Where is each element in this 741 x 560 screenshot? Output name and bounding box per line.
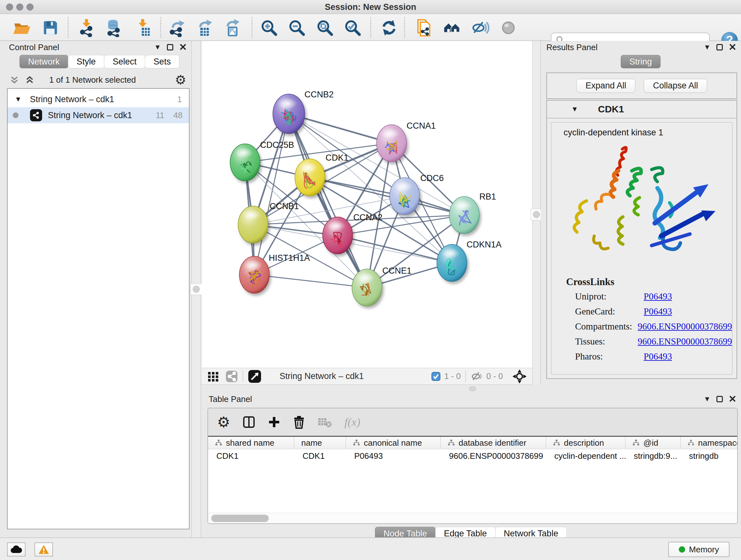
save-floppy-icon bbox=[42, 19, 59, 37]
export-table-icon bbox=[195, 18, 214, 37]
tab-select[interactable]: Select bbox=[104, 55, 145, 68]
scrollbar-thumb[interactable] bbox=[211, 515, 269, 522]
save-session-button[interactable] bbox=[41, 18, 60, 38]
cloud-status-button[interactable] bbox=[7, 543, 25, 557]
add-column-icon[interactable] bbox=[268, 416, 280, 428]
show-all-button[interactable] bbox=[498, 18, 518, 38]
network-node-CCNA2[interactable] bbox=[323, 217, 353, 254]
tab-style[interactable]: Style bbox=[68, 55, 105, 68]
home-layout-button[interactable] bbox=[442, 18, 462, 38]
tab-string[interactable]: String bbox=[621, 55, 661, 68]
network-node-CDKN1A[interactable] bbox=[437, 245, 467, 282]
import-network-database-button[interactable] bbox=[104, 18, 124, 38]
network-node-CCNB2[interactable] bbox=[273, 94, 305, 134]
export-network-button[interactable] bbox=[167, 18, 187, 38]
left-splitter[interactable] bbox=[192, 41, 201, 537]
table-cell[interactable]: P06493 bbox=[346, 449, 441, 462]
network-node-CCNA1[interactable] bbox=[377, 125, 407, 162]
zoom-in-button[interactable] bbox=[259, 18, 279, 38]
table-cell[interactable]: cyclin-dependent ... bbox=[546, 449, 625, 462]
grid-view-icon[interactable] bbox=[207, 371, 219, 382]
bottom-splitter-grip[interactable] bbox=[469, 386, 476, 391]
table-horizontal-scrollbar[interactable] bbox=[208, 513, 737, 523]
crosslink-link[interactable]: 9606.ENSP00000378699 bbox=[637, 321, 732, 332]
expand-all-chevron-icon[interactable] bbox=[24, 74, 35, 85]
gene-expand-icon[interactable]: ▼ bbox=[571, 105, 578, 113]
table-panel-close-icon[interactable]: ✕ bbox=[729, 394, 737, 404]
network-edge[interactable] bbox=[254, 275, 367, 288]
table-cell[interactable]: stringdb bbox=[681, 449, 738, 462]
table-cell[interactable]: 9606.ENSP00000378699 bbox=[441, 449, 546, 462]
control-panel-close-icon[interactable]: ✕ bbox=[179, 43, 187, 52]
crosslink-link[interactable]: P06493 bbox=[644, 306, 672, 317]
table-cell[interactable]: CDK1 bbox=[294, 449, 346, 462]
column-header-shared-name[interactable]: shared name bbox=[208, 437, 294, 449]
export-image-button[interactable] bbox=[222, 18, 242, 38]
network-options-gear-icon[interactable]: ⚙ bbox=[175, 73, 186, 86]
network-node-RB1[interactable] bbox=[449, 197, 479, 234]
column-header-description[interactable]: description bbox=[546, 437, 625, 449]
left-splitter-grip[interactable] bbox=[191, 284, 202, 295]
collapse-all-button[interactable]: Collapse All bbox=[644, 79, 707, 93]
network-row[interactable]: String Network – cdk1 11 48 bbox=[8, 107, 189, 123]
network-node-CDC25B[interactable] bbox=[230, 144, 260, 181]
right-splitter[interactable] bbox=[532, 41, 541, 385]
network-edge[interactable] bbox=[254, 114, 289, 275]
results-panel-menu-icon[interactable]: ▼ bbox=[704, 44, 711, 51]
column-header-name[interactable]: name bbox=[294, 437, 346, 449]
results-panel-close-icon[interactable]: ✕ bbox=[729, 43, 737, 52]
column-header-database-identifier[interactable]: database identifier bbox=[441, 437, 546, 449]
table-row[interactable]: CDK1CDK1P064939606.ENSP00000378699cyclin… bbox=[208, 449, 737, 462]
delete-column-icon[interactable] bbox=[293, 415, 306, 429]
table-cell[interactable]: stringdb:9... bbox=[625, 449, 681, 462]
table-panel-float-icon[interactable] bbox=[717, 396, 723, 402]
export-table-button[interactable] bbox=[195, 18, 214, 38]
delete-table-icon-disabled bbox=[318, 416, 332, 428]
network-canvas[interactable]: CCNB2CCNA1CDC25BCDK1CDC6RB1CCNB1CCNA2CDK… bbox=[202, 41, 532, 368]
network-node-CCNE1[interactable] bbox=[352, 269, 382, 306]
open-session-button[interactable] bbox=[12, 18, 31, 38]
clone-network-button[interactable] bbox=[414, 18, 434, 38]
import-table-file-button[interactable] bbox=[133, 18, 153, 38]
network-graph[interactable]: CCNB2CCNA1CDC25BCDK1CDC6RB1CCNB1CCNA2CDK… bbox=[202, 41, 532, 368]
zoom-fit-button[interactable] bbox=[315, 18, 335, 38]
network-node-CDC6[interactable] bbox=[390, 178, 420, 215]
birds-eye-view-icon[interactable] bbox=[248, 369, 262, 383]
expand-all-button[interactable]: Expand All bbox=[576, 79, 636, 93]
gene-section-header[interactable]: ▼ CDK1 bbox=[547, 101, 737, 118]
column-header-canonical-name[interactable]: canonical name bbox=[346, 437, 441, 449]
crosslink-link[interactable]: P06493 bbox=[644, 351, 672, 362]
table-cell[interactable]: CDK1 bbox=[208, 449, 294, 462]
refresh-view-button[interactable] bbox=[379, 18, 399, 38]
crosslink-link[interactable]: 9606.ENSP00000378699 bbox=[637, 336, 732, 347]
network-collection-row[interactable]: ▼ String Network – cdk1 1 bbox=[8, 91, 189, 107]
show-columns-icon[interactable] bbox=[242, 415, 256, 429]
column-header-namespace[interactable]: namespace bbox=[681, 437, 738, 449]
zoom-selected-button[interactable] bbox=[343, 18, 362, 38]
results-panel-float-icon[interactable] bbox=[717, 44, 723, 51]
bottom-splitter[interactable] bbox=[201, 385, 741, 393]
control-panel-float-icon[interactable] bbox=[167, 44, 173, 51]
import-network-file-button[interactable] bbox=[77, 18, 97, 38]
network-node-CDK1[interactable] bbox=[295, 159, 325, 196]
selected-checkbox-icon[interactable] bbox=[431, 372, 441, 381]
import-table-icon bbox=[134, 18, 152, 37]
collapse-all-chevron-icon[interactable] bbox=[9, 74, 20, 85]
table-settings-gear-icon[interactable]: ⚙ bbox=[217, 415, 230, 429]
network-node-CCNB1[interactable] bbox=[238, 206, 268, 243]
control-panel-menu-icon[interactable]: ▼ bbox=[154, 44, 161, 51]
zoom-out-button[interactable] bbox=[287, 18, 307, 38]
tab-sets[interactable]: Sets bbox=[145, 55, 179, 68]
network-node-HIST1H1A[interactable] bbox=[239, 256, 269, 294]
column-header--id[interactable]: @id bbox=[625, 437, 681, 449]
memory-button[interactable]: Memory bbox=[668, 542, 730, 557]
table-panel-menu-icon[interactable]: ▼ bbox=[704, 395, 711, 402]
table-panel-title: Table Panel bbox=[209, 394, 252, 404]
tab-network[interactable]: Network bbox=[19, 55, 68, 68]
warnings-button[interactable] bbox=[35, 543, 53, 557]
network-view-mode-icon[interactable] bbox=[225, 370, 238, 383]
crosslink-link[interactable]: P06493 bbox=[644, 291, 672, 302]
collection-expand-icon[interactable]: ▼ bbox=[15, 95, 22, 104]
hide-selected-button[interactable] bbox=[470, 18, 490, 38]
fit-selected-crosshair-icon[interactable] bbox=[512, 369, 527, 384]
